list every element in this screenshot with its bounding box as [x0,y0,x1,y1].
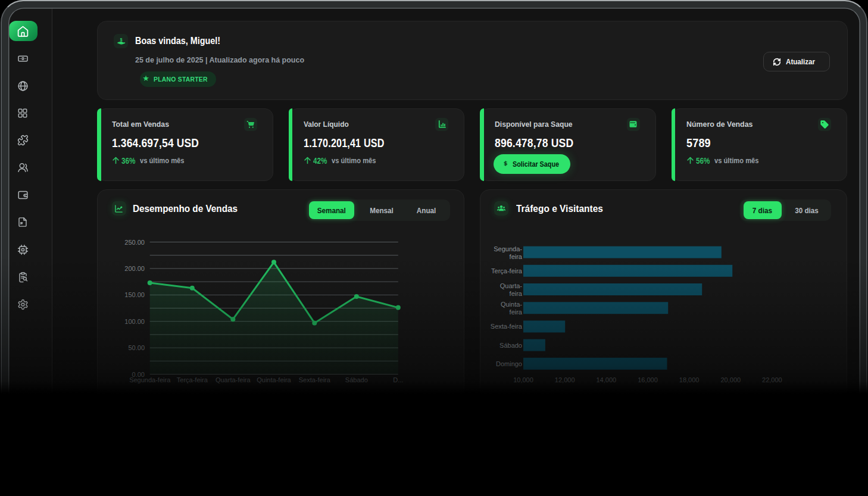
svg-text:16,000: 16,000 [638,376,658,383]
svg-text:Terça-feira: Terça-feira [177,376,208,383]
svg-text:Quarta-feira: Quarta-feira [216,376,251,383]
svg-text:50.00: 50.00 [128,344,145,351]
svg-text:feira: feira [509,253,522,260]
svg-text:20,000: 20,000 [720,376,741,383]
svg-text:18,000: 18,000 [679,376,700,383]
svg-text:Sexta-feira: Sexta-feira [299,376,331,383]
svg-text:10,000: 10,000 [513,376,533,383]
svg-text:$: $ [120,37,122,42]
svg-text:Segunda-feira: Segunda-feira [129,376,171,383]
svg-text:Sexta-feira: Sexta-feira [491,323,523,330]
svg-text:Quinta-: Quinta- [501,301,522,308]
svg-text:22,000: 22,000 [762,376,782,383]
svg-text:250.00: 250.00 [124,239,145,246]
svg-text:12,000: 12,000 [555,376,575,383]
svg-text:200.00: 200.00 [124,265,145,272]
svg-text:Sábado: Sábado [499,342,522,349]
svg-text:Terça-feira: Terça-feira [491,267,523,274]
svg-text:Quarta-: Quarta- [500,282,523,289]
svg-text:100.00: 100.00 [124,318,145,325]
svg-text:Segunda-: Segunda- [494,245,522,252]
svg-text:Domingo: Domingo [496,360,522,367]
svg-text:Sábado: Sábado [345,376,368,383]
svg-text:Quinta-feira: Quinta-feira [257,376,291,383]
svg-text:14,000: 14,000 [596,376,616,383]
svg-text:D...: D... [393,376,403,383]
svg-text:feira: feira [509,290,522,297]
svg-text:feira: feira [509,308,522,316]
svg-text:150.00: 150.00 [124,291,145,298]
